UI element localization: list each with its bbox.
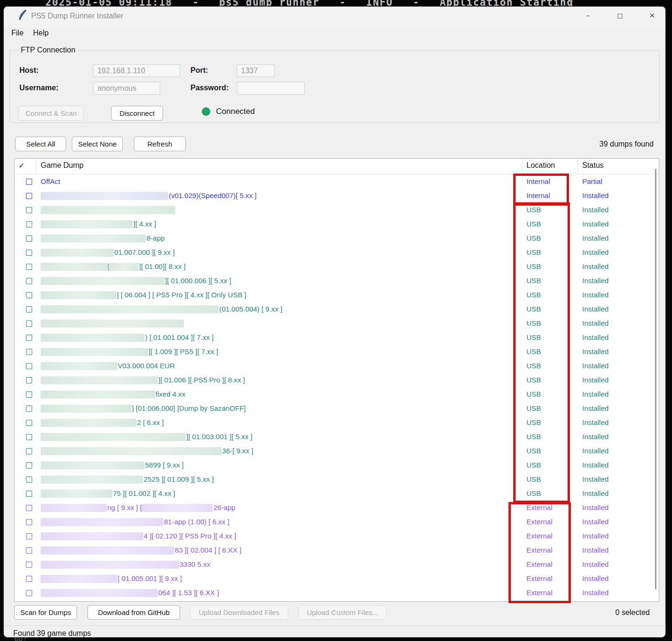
row-checkbox[interactable]: [26, 207, 32, 213]
download-from-github-button[interactable]: Download from GitHub: [87, 605, 180, 620]
row-checkbox[interactable]: [26, 391, 32, 398]
game-dump-text: ][ 01.006 ][ PS5 Pro ][ 8.xx ]: [158, 376, 245, 384]
status-cell: Installed: [582, 189, 609, 203]
maximize-button[interactable]: ◻: [609, 8, 631, 24]
row-checkbox[interactable]: [26, 221, 32, 227]
refresh-button[interactable]: Refresh: [134, 137, 186, 151]
row-checkbox[interactable]: [26, 306, 32, 312]
row-checkbox[interactable]: [26, 420, 32, 426]
status-cell: Installed: [582, 501, 609, 515]
python-feather-icon: [18, 9, 28, 21]
minimize-button[interactable]: –: [577, 8, 599, 24]
select-none-button[interactable]: Select None: [72, 137, 123, 151]
row-checkbox[interactable]: [26, 278, 32, 284]
redacted-title-block: [41, 447, 222, 455]
row-checkbox[interactable]: [26, 377, 32, 383]
row-checkbox[interactable]: [26, 519, 32, 525]
game-dump-text: OffAct: [41, 177, 60, 185]
ftp-connection-group: FTP Connection Host: Port: Username: Pas…: [9, 50, 660, 123]
close-button[interactable]: ✕: [641, 8, 663, 24]
select-all-button[interactable]: Select All: [15, 137, 66, 151]
game-dump-cell: [41, 203, 176, 217]
game-dump-text: ] [01.006.000] [Dump by SazanOFF]: [132, 404, 246, 412]
desktop-background: 2025-01-05 09:11:18 - ps5_dump_runner - …: [0, 0, 672, 641]
row-checkbox[interactable]: [26, 363, 32, 369]
game-dump-text: 26-app: [213, 503, 235, 511]
row-checkbox[interactable]: [26, 590, 32, 596]
annotation-box-internal: [513, 173, 569, 206]
port-input[interactable]: [237, 64, 275, 77]
header-game-dump[interactable]: Game Dump: [41, 161, 84, 170]
row-checkbox[interactable]: [26, 292, 32, 298]
status-cell: Installed: [582, 330, 609, 345]
row-checkbox[interactable]: [26, 533, 32, 539]
redacted-title-block: [41, 490, 112, 498]
row-checkbox[interactable]: [26, 193, 32, 199]
connect-scan-button[interactable]: Connect & Scan: [18, 106, 84, 121]
game-dump-cell: 4 ][ 02.120 ][ PS5 Pro ][ 4.xx ]: [41, 529, 236, 543]
row-checkbox[interactable]: [26, 462, 32, 468]
status-bar-text: Found 39 game dumps: [13, 629, 91, 637]
upload-custom-files-button[interactable]: Upload Custom Files...: [299, 605, 387, 620]
game-dump-cell: 064 ][ 1.53 ][ 6.XX ]: [41, 586, 219, 600]
game-dump-text: 83 ][ 02.004 ] [ 6.XX ]: [175, 546, 241, 554]
row-checkbox[interactable]: [26, 491, 32, 497]
redacted-title-block: [41, 220, 133, 228]
column-separator: [577, 160, 578, 173]
game-dump-text: ][ 01.00][ 8.xx ]: [139, 262, 185, 270]
status-cell: Installed: [582, 387, 609, 401]
scan-for-dumps-button[interactable]: Scan for Dumps: [14, 605, 77, 620]
redacted-title-block: [41, 320, 184, 328]
row-checkbox[interactable]: [26, 406, 32, 412]
column-separator: [36, 160, 36, 173]
row-checkbox[interactable]: [26, 235, 32, 242]
row-checkbox[interactable]: [26, 250, 32, 256]
row-checkbox[interactable]: [26, 179, 32, 185]
header-status[interactable]: Status: [582, 161, 603, 170]
game-dump-cell: (01.005.004) [ 9.xx ]: [41, 302, 282, 316]
status-cell: Installed: [582, 245, 609, 260]
row-checkbox[interactable]: [26, 547, 32, 554]
username-input[interactable]: [93, 82, 160, 95]
status-cell: Installed: [582, 543, 609, 557]
status-cell: Installed: [582, 557, 609, 572]
host-input[interactable]: [93, 64, 180, 77]
password-input[interactable]: [237, 82, 305, 95]
upload-downloaded-files-button[interactable]: Upload Downloaded Files: [190, 605, 288, 620]
game-dump-cell: 5899 [ 9.xx ]: [41, 458, 184, 472]
game-dump-text: 4 ][ 02.120 ][ PS5 Pro ][ 4.xx ]: [144, 532, 236, 540]
redacted-title-block: [41, 561, 179, 569]
redacted-title-block: [41, 249, 114, 257]
row-checkbox[interactable]: [26, 448, 32, 454]
disconnect-button[interactable]: Disconnect: [111, 106, 163, 121]
menu-file[interactable]: File: [11, 29, 24, 37]
column-separator: [522, 160, 522, 173]
row-checkbox[interactable]: [26, 335, 32, 341]
connected-status-icon: [202, 107, 210, 116]
row-checkbox[interactable]: [26, 576, 32, 582]
game-dump-text: ][ 1.009 ][ PS5 ][ 7.xx ]: [148, 347, 218, 355]
game-dump-cell: 75 ][ 01.002 ][ 4.xx ]: [41, 486, 175, 501]
status-cell: Installed: [582, 430, 609, 444]
row-checkbox[interactable]: [26, 476, 32, 483]
header-location[interactable]: Location: [526, 161, 555, 170]
vertical-scrollbar[interactable]: [655, 169, 656, 589]
menu-help[interactable]: Help: [33, 29, 49, 37]
status-cell: Installed: [582, 472, 609, 486]
row-checkbox[interactable]: [26, 349, 32, 355]
status-cell: Installed: [582, 203, 609, 217]
game-dump-cell: ng [ 9.xx ] [26-app: [41, 501, 235, 515]
row-checkbox[interactable]: [26, 320, 32, 327]
game-dump-cell: 3330 5.xx: [41, 557, 210, 572]
row-checkbox[interactable]: [26, 505, 32, 511]
port-label: Port:: [190, 66, 208, 75]
redacted-title-block: [41, 419, 137, 427]
app-window: PS5 Dump Runner Installer – ◻ ✕ File Hel…: [4, 7, 665, 637]
row-checkbox[interactable]: [26, 264, 32, 270]
row-checkbox[interactable]: [26, 434, 32, 440]
row-checkbox[interactable]: [26, 562, 32, 568]
header-check-icon: ✓: [18, 161, 25, 170]
game-dump-text: fixed 4.xx: [155, 390, 185, 398]
game-dump-text: [ 01.005.001 ][ 9.xx ]: [118, 574, 182, 582]
table-header: ✓ Game Dump Location Status: [15, 159, 659, 174]
